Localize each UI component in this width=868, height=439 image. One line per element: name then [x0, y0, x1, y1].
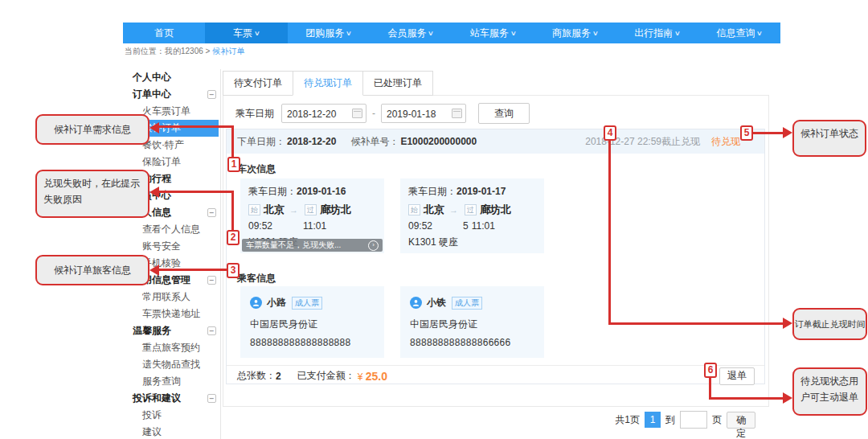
failure-reason-tooltip: 车票数量不足，兑现失败... ›	[242, 239, 383, 252]
sidebar-item-insurance-orders[interactable]: 保险订单	[129, 154, 219, 170]
train-card: 乘车日期：2019-01-17 始 北京 → 过 廊坊北 09:52 5 11:…	[400, 178, 544, 253]
tooltip-detail-icon[interactable]: ›	[368, 240, 379, 251]
sidebar-item-label: 投诉	[142, 409, 162, 421]
annotation-line	[709, 397, 783, 400]
current-page-button[interactable]: 1	[645, 412, 661, 428]
passenger-card: 小路 成人票 中国居民身份证 888888888888888888	[240, 286, 384, 358]
annotation-callout-failure-reason: 兑现失败时，在此提示失败原因	[35, 170, 149, 218]
passenger-name: 小铁	[427, 296, 446, 310]
sidebar-item-lost-item-search[interactable]: 遗失物品查找	[129, 356, 219, 373]
sidebar-item-ticket-delivery-address[interactable]: 车票快递地址	[129, 306, 219, 322]
sidebar-item-frequent-contacts[interactable]: 常用联系人	[129, 289, 219, 306]
passenger-name: 小路	[267, 296, 286, 310]
sidebar-item-account-security[interactable]: 账号安全	[129, 238, 219, 255]
sidebar-item-suggestion[interactable]: 建议	[129, 424, 219, 439]
top-navigation: 首页 车票∨ 团购服务∨ 会员服务∨ 站车服务∨ 商旅服务∨ 出行指南∨ 信息查…	[123, 23, 780, 43]
annotation-line	[709, 378, 711, 400]
annotation-callout-demand-info: 候补订单需求信息	[35, 114, 149, 145]
arrive-time: 11:01	[303, 220, 326, 232]
annotation-text: 待兑现状态用户可主动退单	[800, 373, 859, 405]
calendar-icon[interactable]	[352, 109, 362, 118]
nav-item-business-travel[interactable]: 商旅服务∨	[534, 23, 616, 43]
failure-reason-text: 车票数量不足，兑现失败...	[246, 240, 341, 251]
annotation-marker-1: 1	[227, 157, 240, 172]
passenger-avatar-icon	[410, 297, 422, 309]
order-date-label: 下单日期：	[237, 135, 285, 149]
sidebar-item-order-center[interactable]: 订单中心−	[129, 86, 219, 103]
sidebar-item-label: 查看个人信息	[142, 224, 200, 235]
sidebar-item-complaint[interactable]: 投诉	[129, 407, 219, 424]
sidebar-item-complaints-suggestions[interactable]: 投诉和建议−	[129, 390, 219, 407]
goto-label: 到	[665, 413, 675, 427]
annotation-text: 候补订单状态	[800, 125, 858, 142]
sidebar-item-caring-services[interactable]: 温馨服务−	[129, 322, 219, 339]
sidebar-item-label: 保险订单	[142, 156, 181, 167]
route-arrow-icon: →	[449, 205, 458, 215]
goto-page-input[interactable]	[680, 411, 707, 429]
nav-item-member-services[interactable]: 会员服务∨	[370, 23, 452, 43]
passenger-section-title: 乘客信息	[237, 272, 276, 285]
collapse-icon[interactable]: −	[207, 90, 216, 99]
sidebar-item-view-personal-info[interactable]: 查看个人信息	[129, 221, 219, 238]
date-to-input[interactable]	[382, 105, 452, 124]
annotation-marker-4: 4	[604, 125, 616, 141]
nav-item-label: 站车服务	[470, 27, 509, 40]
paid-amount-value: ¥ 25.0	[358, 370, 387, 383]
sidebar-item-label: 投诉和建议	[133, 392, 181, 404]
annotation-callout-passenger-info: 候补订单旅客信息	[35, 255, 149, 285]
ticket-type-badge: 成人票	[292, 297, 322, 310]
nav-item-home[interactable]: 首页	[123, 23, 205, 43]
route-arrow-icon: →	[289, 205, 298, 215]
nav-item-info-query[interactable]: 信息查询∨	[698, 23, 780, 43]
annotation-arrowhead	[783, 318, 792, 329]
refund-button[interactable]: 退单	[719, 367, 755, 385]
pass-tag: 过	[305, 204, 317, 215]
tab-pending-redemption[interactable]: 待兑现订单	[293, 71, 363, 96]
breadcrumb-prefix: 当前位置：我的12306 >	[125, 47, 210, 55]
date-range-separator: -	[372, 108, 375, 119]
annotation-line	[158, 125, 234, 128]
tab-pending-payment[interactable]: 待支付订单	[223, 71, 293, 96]
chevron-down-icon: ∨	[254, 30, 260, 37]
collapse-icon[interactable]: −	[207, 276, 216, 285]
destination-station: 廊坊北	[320, 203, 351, 217]
sidebar-item-key-passenger-reservation[interactable]: 重点旅客预约	[129, 339, 219, 356]
ride-date-value: 2019-01-16	[297, 186, 346, 197]
sidebar-item-personal-center[interactable]: 个人中心	[129, 69, 219, 86]
nav-item-station-services[interactable]: 站车服务∨	[452, 23, 534, 43]
annotation-line	[231, 125, 234, 158]
collapse-icon[interactable]: −	[207, 394, 216, 403]
id-type: 中国居民身份证	[250, 318, 376, 331]
sidebar-item-label: 账号安全	[142, 240, 181, 252]
origin-station: 北京	[264, 203, 285, 217]
chevron-down-icon: ∨	[674, 30, 681, 37]
origin-tag: 始	[248, 204, 260, 215]
date-from-field[interactable]	[281, 104, 366, 123]
nav-item-group-services[interactable]: 团购服务∨	[288, 23, 370, 43]
nav-item-tickets[interactable]: 车票∨	[205, 23, 287, 43]
arrive-time: 11:01	[472, 220, 495, 232]
annotation-arrowhead	[783, 127, 792, 138]
confirm-button[interactable]: 确定	[727, 412, 755, 429]
date-to-field[interactable]	[381, 104, 466, 123]
order-footer: 总张数： 2 已支付金额： ¥ 25.0 退单	[227, 365, 764, 386]
nav-item-travel-guide[interactable]: 出行指南∨	[616, 23, 698, 43]
query-button[interactable]: 查询	[478, 103, 530, 124]
date-filter: 乘车日期 - 查询	[235, 103, 530, 124]
date-from-input[interactable]	[282, 105, 353, 124]
total-tickets-label: 总张数：	[237, 369, 276, 383]
id-number: 888888888888866666	[410, 337, 536, 348]
total-tickets-value: 2	[276, 371, 281, 382]
origin-station: 北京	[424, 203, 444, 217]
annotation-callout-user-refund: 待兑现状态用户可主动退单	[792, 367, 867, 416]
depart-time: 09:52	[408, 220, 463, 232]
chevron-down-icon: ∨	[592, 30, 599, 37]
ride-date-value: 2019-01-17	[457, 186, 506, 197]
annotation-line	[158, 191, 234, 193]
calendar-icon[interactable]	[452, 109, 462, 118]
tab-processed[interactable]: 已处理订单	[362, 71, 433, 96]
sidebar-item-service-inquiry[interactable]: 服务查询	[129, 373, 219, 390]
collapse-icon[interactable]: −	[207, 208, 216, 217]
breadcrumb-current-link[interactable]: 候补订单	[212, 47, 244, 55]
collapse-icon[interactable]: −	[207, 326, 216, 335]
